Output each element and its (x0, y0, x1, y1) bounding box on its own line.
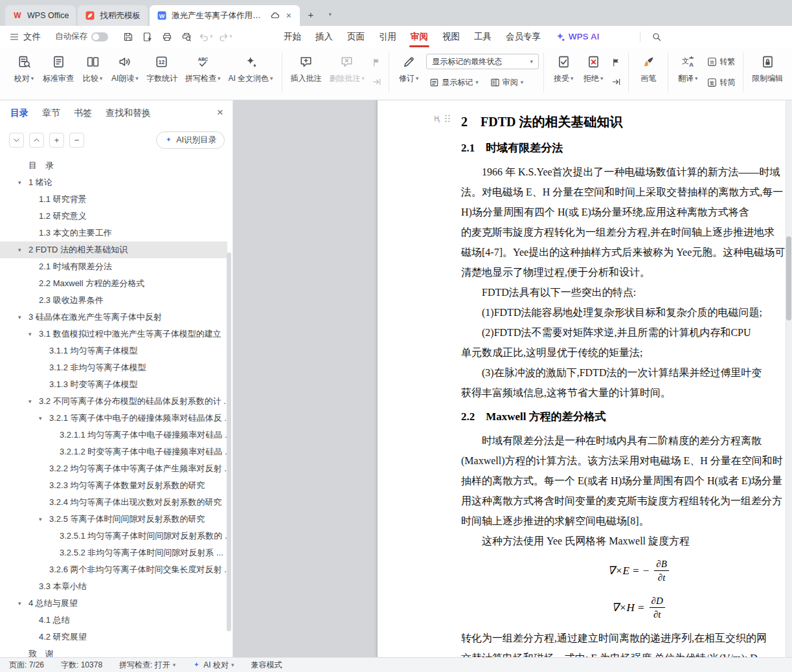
collapse-all-button[interactable] (29, 133, 44, 148)
reviewing-pane-button[interactable]: 审阅▾ (487, 74, 527, 90)
export-pdf-button[interactable] (139, 29, 156, 45)
toc-item[interactable]: 3.2.5.2 非均匀等离子体时间间隙对反射系 ... (0, 544, 227, 561)
menu-tab-insert[interactable]: 插入 (308, 26, 340, 47)
translate-button[interactable]: 文A翻译▾ (673, 50, 703, 84)
menu-tab-reference[interactable]: 引用 (372, 26, 403, 47)
markup-state-select[interactable]: 显示标记的最终状态▾ (426, 54, 539, 69)
toc-item[interactable]: 3.2.3 均匀等离子体数量对反射系数的研究 (0, 477, 227, 494)
ai-read-aloud-button[interactable]: AI朗读▾ (107, 50, 142, 84)
show-markup-button[interactable]: 显示标记▾ (426, 74, 482, 90)
collapse-triangle-icon[interactable]: ▾ (18, 179, 28, 186)
toc-item[interactable]: 3.1.2 非均匀等离子体模型 (0, 359, 227, 376)
print-preview-button[interactable] (178, 29, 195, 45)
toc-item[interactable]: 2.3 吸收边界条件 (0, 292, 227, 309)
collapse-triangle-icon[interactable]: ▾ (28, 398, 39, 405)
toc-item[interactable]: ▾3.2.5 等离子体时间间隙对反射系数的研究 (0, 511, 227, 528)
compatibility-mode-badge[interactable]: 兼容模式 (251, 660, 282, 671)
proofread-button[interactable]: 校对▾ (9, 50, 39, 84)
track-changes-button[interactable]: 修订▾ (394, 50, 424, 84)
toc-item[interactable]: 1.1 研究背景 (0, 191, 227, 208)
expand-all-button[interactable] (9, 133, 24, 148)
close-panel-button[interactable]: × (217, 107, 223, 118)
toc-item[interactable]: 3.2.1.1 均匀等离子体中电子碰撞频率对硅晶 ... (0, 427, 227, 443)
menu-tab-tools[interactable]: 工具 (467, 26, 499, 47)
collapse-triangle-icon[interactable]: ▾ (39, 516, 49, 522)
spell-check-button[interactable]: ABC拼写检查▾ (181, 50, 225, 84)
toc-item[interactable]: ▾2 FDTD 法的相关基础知识 (0, 241, 227, 258)
panel-tab-find-replace[interactable]: 查找和替换 (106, 107, 151, 119)
toc-item[interactable]: 1.3 本文的主要工作 (0, 225, 227, 241)
toc-item[interactable]: ▾3 硅晶体在激光产生等离子体中反射 (0, 309, 227, 326)
collapse-triangle-icon[interactable]: ▾ (18, 247, 28, 253)
save-button[interactable] (120, 29, 137, 45)
panel-tab-chapters[interactable]: 章节 (42, 107, 60, 119)
menu-tab-view[interactable]: 视图 (435, 26, 467, 47)
menu-tab-page[interactable]: 页面 (340, 26, 372, 47)
autosave-toggle[interactable] (91, 32, 108, 41)
toc-item[interactable]: 3.2.4 均匀等离子体出现次数对反射系数的研究 (0, 494, 227, 511)
standard-review-button[interactable]: 标准审查 (39, 50, 78, 84)
ai-toc-button[interactable]: AI识别目录 (156, 131, 225, 149)
restrict-editing-button[interactable]: 限制编辑 (748, 50, 787, 84)
panel-tab-bookmarks[interactable]: 书签 (74, 107, 92, 119)
file-menu-button[interactable]: 文件 (0, 26, 49, 47)
toc-item[interactable]: ▾3.2.1 等离子体中电子的碰撞体频率对硅晶体反 ... (0, 410, 227, 427)
toc-item[interactable]: 1.2 研究意义 (0, 208, 227, 225)
collapse-triangle-icon[interactable]: ▾ (39, 415, 49, 421)
toc-item[interactable]: 3.3 本章小结 (0, 578, 227, 595)
spell-check-status[interactable]: 拼写检查: 打开 ▾ (119, 660, 175, 671)
zoom-out-toc-button[interactable]: − (69, 133, 84, 148)
new-tab-button[interactable]: + (302, 6, 319, 23)
panel-tab-toc[interactable]: 目录 (10, 107, 28, 119)
toc-item[interactable]: ▾3.1 数值模拟过程中激光产生等离子体模型的建立 (0, 326, 227, 342)
word-count-button[interactable]: 12字数统计 (142, 50, 181, 84)
document-scrollbar[interactable] (786, 236, 791, 320)
toc-item[interactable]: 3.2.5.1 均匀等离子体时间间隙对反射系数的 ... (0, 528, 227, 544)
tab-list-button[interactable]: ▾ (322, 6, 339, 23)
toc-item[interactable]: 致 谢 (0, 645, 227, 657)
close-tab-button[interactable]: × (285, 10, 293, 21)
reject-button[interactable]: 拒绝▾ (578, 50, 608, 84)
toc-item[interactable]: 3.1.3 时变等离子体模型 (0, 376, 227, 393)
to-simplified-button[interactable]: 繁转简 (704, 74, 738, 90)
toc-item[interactable]: 3.2.6 两个非均匀等离子体时间交集长度对反射 ... (0, 561, 227, 578)
window-tab-document[interactable]: W激光产生等离子体作用硅晶体× (150, 5, 300, 26)
toc-item[interactable]: ▾1 绪论 (0, 174, 227, 191)
toc-item[interactable]: 4.2 研究展望 (0, 629, 227, 645)
menu-tab-member[interactable]: 会员专享 (499, 26, 548, 47)
prev-revision-button[interactable] (609, 56, 622, 69)
toc-item[interactable]: 2.1 时域有限差分法 (0, 258, 227, 275)
search-button[interactable] (648, 29, 665, 45)
insert-comment-button[interactable]: 插入批注 (287, 50, 326, 84)
toc-item[interactable]: 3.1.1 均匀等离子体模型 (0, 342, 227, 359)
toc-item[interactable]: 2.2 Maxwell 方程的差分格式 (0, 275, 227, 292)
toc-item[interactable]: 目 录 (0, 157, 227, 174)
drag-handle-icon[interactable] (442, 113, 453, 124)
print-button[interactable] (159, 29, 175, 45)
menu-tab-wps-ai[interactable]: WPS AI (548, 26, 607, 47)
collapse-triangle-icon[interactable]: ▾ (18, 314, 28, 320)
toc-item[interactable]: 3.2.2 均匀等离子体中等离子体产生频率对反射 ... (0, 460, 227, 477)
compare-button[interactable]: 比较▾ (78, 50, 107, 84)
ink-pen-button[interactable]: 画笔 (633, 50, 663, 84)
next-revision-button[interactable] (609, 75, 622, 88)
document-scrollbar-track[interactable] (786, 100, 792, 657)
document-page[interactable]: H1 2 FDTD 法的相关基础知识2.1 时域有限差分法1966 年 K.S.… (378, 100, 792, 657)
menu-tab-home[interactable]: 开始 (277, 26, 308, 47)
collapse-triangle-icon[interactable]: ▾ (28, 331, 39, 337)
zoom-in-toc-button[interactable]: + (49, 133, 64, 148)
ai-proofread-status[interactable]: AI 校对 ▾ (192, 660, 234, 671)
collapse-triangle-icon[interactable]: ▾ (18, 600, 28, 607)
toc-item[interactable]: ▾3.2 不同等离子体分布模型的硅晶体反射系数的计 ... (0, 393, 227, 410)
heading-level-badge[interactable]: H1 (431, 113, 441, 124)
to-traditional-button[interactable]: 简转繁 (704, 54, 738, 69)
sidebar-scrollbar[interactable] (227, 252, 231, 631)
toc-item[interactable]: 4.1 总结 (0, 612, 227, 629)
menu-tab-review[interactable]: 审阅 (403, 26, 435, 47)
toc-item[interactable]: ▾4 总结与展望 (0, 595, 227, 612)
ai-polish-button[interactable]: AI 全文润色▾ (224, 50, 277, 84)
window-tab-docer[interactable]: 找稻壳模板 (78, 5, 148, 26)
toc-item[interactable]: 3.2.1.2 时变等离子体中电子碰撞频率对硅晶 ... (0, 443, 227, 460)
accept-button[interactable]: 接受▾ (549, 50, 578, 84)
window-tab-wps-home[interactable]: WWPS Office (5, 5, 76, 26)
